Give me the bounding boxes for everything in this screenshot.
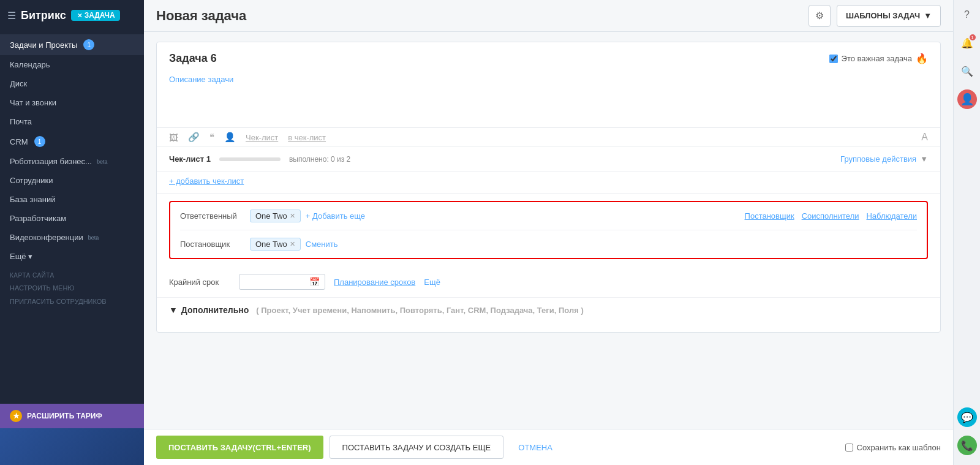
notification-badge: 1 [970,34,976,40]
submit-task-button[interactable]: ПОСТАВИТЬ ЗАДАЧУ(CTRL+ENTER) [156,436,323,459]
checklist-toolbar-link[interactable]: Чек-лист [246,133,278,142]
topbar: Новая задача ⚙ ШАБЛОНЫ ЗАДАЧ ▼ [144,0,953,32]
change-setter-link[interactable]: Сменить [306,240,338,249]
deadline-more-link[interactable]: Ещё [424,278,440,287]
sidebar-item-disk[interactable]: Диск [0,74,144,93]
add-checklist-section: + добавить чек-лист [157,172,940,194]
task-title[interactable]: Задача 6 [169,52,217,65]
sidebar-item-label: Диск [10,79,27,88]
sidebar-item-employees[interactable]: Сотрудники [0,171,144,190]
sidebar-item-video[interactable]: Видеоконференции beta [0,228,144,247]
notification-icon-button[interactable]: 🔔 1 [957,33,977,53]
sidebar-item-label: CRM [10,137,28,146]
chevron-down-icon: ▼ [169,305,178,315]
sidebar-item-label: Разработчикам [10,214,66,223]
sidebar-item-label: Видеоконференции [10,233,83,242]
sidebar-item-knowledge[interactable]: База знаний [0,190,144,209]
sidebar-item-label: Ещё ▾ [10,252,32,261]
in-checklist-toolbar-link[interactable]: в чек-лист [288,133,326,142]
responsible-row: Ответственный One Two ✕ + Добавить еще П… [180,210,917,230]
add-checklist-link[interactable]: + добавить чек-лист [169,176,244,186]
description-link[interactable]: Описание задачи [169,75,233,84]
sidebar-item-calendar[interactable]: Календарь [0,55,144,74]
quote-icon[interactable]: ❝ [209,132,214,143]
sidebar-section-label: КАРТА САЙТА [0,266,144,281]
link-icon[interactable]: 🔗 [188,132,200,143]
form-area: Задача 6 Это важная задача 🔥 Описание за… [144,32,953,429]
additional-toggle[interactable]: ▼ Дополнительно ( Проект, Учет времени, … [169,305,928,315]
responsible-user-tag: One Two ✕ [250,210,301,222]
beta-label: beta [97,159,108,165]
task-name-row: Задача 6 Это важная задача 🔥 [157,42,940,71]
description-area: Описание задачи [157,71,940,127]
user-mention-icon[interactable]: 👤 [224,132,236,143]
sidebar-upgrade[interactable]: ★ РАСШИРИТЬ ТАРИФ [0,404,144,428]
sidebar-item-label: Задачи и Проекты [10,40,77,50]
checklist-header: Чек-лист 1 выполнено: 0 из 2 Групповые д… [169,154,928,164]
sidebar-link-settings[interactable]: НАСТРОИТЬ МЕНЮ [0,281,144,295]
topbar-actions: ⚙ ШАБЛОНЫ ЗАДАЧ ▼ [809,5,941,27]
checklist-info: Чек-лист 1 выполнено: 0 из 2 [169,154,350,164]
setter-user-name: One Two [255,240,287,249]
sidebar: ☰ Битрикс ✕ ЗАДАЧА Задачи и Проекты 1 Ка… [0,0,144,465]
calendar-icon[interactable]: 📅 [309,277,320,287]
sidebar-item-mail[interactable]: Почта [0,112,144,131]
additional-items: ( Проект, Учет времени, Напомнить, Повто… [256,306,583,315]
chat-icon-button[interactable]: 💬 [957,407,977,427]
setter-label: Постановщик [180,240,241,249]
templates-button[interactable]: ШАБЛОНЫ ЗАДАЧ ▼ [837,5,941,27]
search-icon-button[interactable]: 🔍 [957,61,977,81]
important-task-label: Это важная задача [842,54,912,63]
cancel-button[interactable]: ОТМЕНА [510,436,561,459]
upgrade-label: РАСШИРИТЬ ТАРИФ [27,412,102,420]
help-icon-button[interactable]: ? [957,5,977,25]
sidebar-logo: Битрикс [21,9,66,22]
task-badge[interactable]: ✕ ЗАДАЧА [71,10,120,21]
description-space [169,84,928,121]
page-title: Новая задача [156,8,246,24]
sidebar-item-tasks[interactable]: Задачи и Проекты 1 [0,34,144,55]
sidebar-item-crm[interactable]: CRM 1 [0,131,144,152]
co-executor-role-link[interactable]: Соисполнители [802,211,859,221]
setter-role-link[interactable]: Постановщик [745,211,794,221]
sidebar-item-more[interactable]: Ещё ▾ [0,247,144,266]
sidebar-item-robotics[interactable]: Роботизация бизнес... beta [0,152,144,171]
deadline-section: Крайний срок 📅 Планирование сроков Ещё [157,267,940,298]
setter-tags: One Two ✕ Сменить [250,238,917,251]
phone-icon-button[interactable]: 📞 [957,436,977,455]
close-x-icon[interactable]: ✕ [77,12,82,19]
templates-label: ШАБЛОНЫ ЗАДАЧ [846,11,920,20]
additional-title: Дополнительно [181,305,249,315]
sidebar-item-chat[interactable]: Чат и звонки [0,93,144,112]
checklist-group-actions[interactable]: Групповые действия ▼ [840,154,928,164]
add-more-responsible-link[interactable]: + Добавить еще [306,211,365,221]
editor-toolbar: 🖼 🔗 ❝ 👤 Чек-лист в чек-лист A [157,127,940,147]
remove-setter-icon[interactable]: ✕ [290,240,295,248]
save-template-checkbox[interactable] [845,444,853,452]
deadline-input[interactable] [244,278,306,287]
planning-link[interactable]: Планирование сроков [334,278,415,287]
menu-burger-icon[interactable]: ☰ [7,10,16,21]
user-icon-button[interactable]: 👤 [957,89,977,109]
beta-label-video: beta [88,235,99,241]
tasks-badge: 1 [83,39,94,50]
crm-badge: 1 [34,136,45,147]
checklist-section: Чек-лист 1 выполнено: 0 из 2 Групповые д… [157,147,940,172]
deadline-input-wrap: 📅 [239,274,325,290]
sidebar-item-label: База знаний [10,195,56,204]
form-card: Задача 6 Это важная задача 🔥 Описание за… [156,42,941,333]
responsible-tags: One Two ✕ + Добавить еще [250,210,736,222]
settings-button[interactable]: ⚙ [809,5,831,27]
checklist-count: выполнено: 0 из 2 [289,155,350,164]
sidebar-link-invite[interactable]: ПРИГЛАСИТЬ СОТРУДНИКОВ [0,295,144,308]
image-icon[interactable]: 🖼 [169,132,178,143]
fire-icon: 🔥 [916,53,928,64]
important-task-checkbox[interactable] [829,55,838,63]
setter-row: Постановщик One Two ✕ Сменить [180,230,917,251]
sidebar-nav: Задачи и Проекты 1 Календарь Диск Чат и … [0,31,144,404]
remove-responsible-icon[interactable]: ✕ [290,212,295,220]
sidebar-item-dev[interactable]: Разработчикам [0,209,144,228]
observer-role-link[interactable]: Наблюдатели [866,211,917,221]
save-template-label: Сохранить как шаблон [857,443,941,452]
submit-task-more-button[interactable]: ПОСТАВИТЬ ЗАДАЧУ И СОЗДАТЬ ЕЩЕ [330,436,504,459]
